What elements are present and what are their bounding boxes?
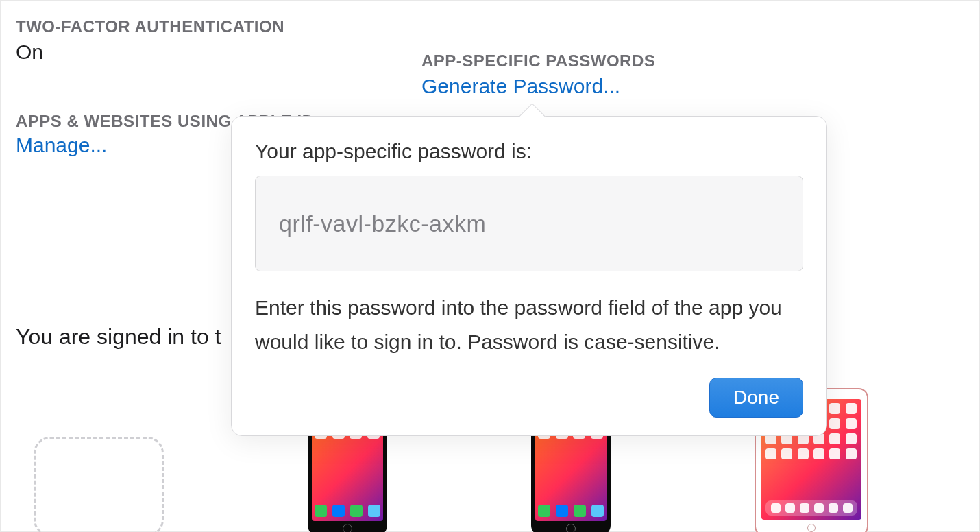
two-factor-heading: TWO-FACTOR AUTHENTICATION bbox=[16, 17, 315, 36]
manage-link[interactable]: Manage... bbox=[16, 134, 107, 156]
generate-password-link[interactable]: Generate Password... bbox=[421, 75, 620, 97]
done-button[interactable]: Done bbox=[709, 378, 803, 418]
two-factor-block: TWO-FACTOR AUTHENTICATION On bbox=[16, 17, 315, 64]
popover-title: Your app-specific password is: bbox=[255, 140, 803, 163]
two-factor-status: On bbox=[16, 40, 315, 64]
app-specific-passwords-heading: APP-SPECIFIC PASSWORDS bbox=[421, 51, 655, 71]
popover-instructions: Enter this password into the password fi… bbox=[255, 291, 803, 359]
device-placeholder[interactable] bbox=[34, 437, 164, 532]
account-security-page: TWO-FACTOR AUTHENTICATION On APPS & WEBS… bbox=[0, 0, 980, 532]
generated-password-value: qrlf-vavl-bzkc-axkm bbox=[279, 210, 486, 237]
popover-actions: Done bbox=[255, 378, 803, 418]
app-specific-passwords-block: APP-SPECIFIC PASSWORDS Generate Password… bbox=[421, 51, 655, 98]
app-specific-password-popover: Your app-specific password is: qrlf-vavl… bbox=[231, 116, 827, 436]
generated-password-field[interactable]: qrlf-vavl-bzkc-axkm bbox=[255, 176, 803, 271]
